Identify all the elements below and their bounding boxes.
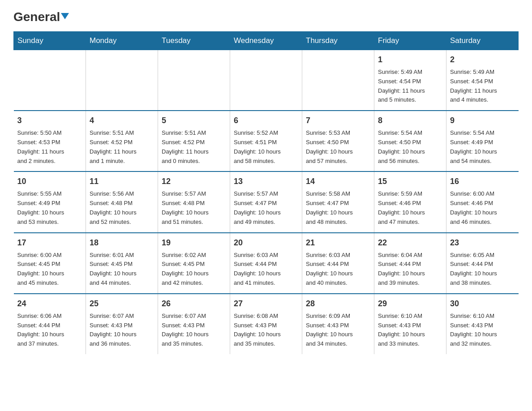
day-number: 1 [378, 54, 442, 66]
day-info: Sunrise: 5:54 AMSunset: 4:50 PMDaylight:… [378, 128, 442, 166]
calendar-cell: 22Sunrise: 6:04 AMSunset: 4:44 PMDayligh… [374, 233, 446, 294]
calendar-week-row: 1Sunrise: 5:49 AMSunset: 4:54 PMDaylight… [14, 50, 519, 111]
calendar-week-row: 24Sunrise: 6:06 AMSunset: 4:44 PMDayligh… [14, 294, 519, 354]
day-number: 28 [306, 298, 370, 310]
calendar-cell: 26Sunrise: 6:07 AMSunset: 4:43 PMDayligh… [158, 294, 230, 354]
day-info: Sunrise: 5:51 AMSunset: 4:52 PMDaylight:… [90, 128, 154, 166]
calendar-cell: 17Sunrise: 6:00 AMSunset: 4:45 PMDayligh… [14, 233, 86, 294]
day-number: 21 [306, 237, 370, 249]
day-number: 24 [17, 298, 82, 310]
weekday-header-thursday: Thursday [302, 32, 374, 50]
day-number: 9 [450, 115, 515, 127]
day-info: Sunrise: 5:49 AMSunset: 4:54 PMDaylight:… [378, 68, 442, 105]
calendar-cell: 4Sunrise: 5:51 AMSunset: 4:52 PMDaylight… [86, 111, 158, 171]
calendar-week-row: 17Sunrise: 6:00 AMSunset: 4:45 PMDayligh… [14, 233, 519, 294]
weekday-header-sunday: Sunday [14, 32, 86, 50]
day-number: 15 [378, 176, 442, 188]
calendar-cell: 1Sunrise: 5:49 AMSunset: 4:54 PMDaylight… [374, 50, 446, 111]
day-info: Sunrise: 5:59 AMSunset: 4:46 PMDaylight:… [378, 189, 442, 227]
calendar-cell: 10Sunrise: 5:55 AMSunset: 4:49 PMDayligh… [14, 171, 86, 232]
day-info: Sunrise: 5:49 AMSunset: 4:54 PMDaylight:… [450, 68, 515, 105]
day-info: Sunrise: 6:01 AMSunset: 4:45 PMDaylight:… [90, 251, 154, 288]
calendar-cell [302, 50, 374, 111]
day-number: 14 [306, 176, 370, 188]
day-number: 16 [450, 176, 515, 188]
calendar-cell [14, 50, 86, 111]
day-number: 7 [306, 115, 370, 127]
day-info: Sunrise: 5:56 AMSunset: 4:48 PMDaylight:… [90, 189, 154, 227]
page-header: General [0, 0, 532, 27]
day-info: Sunrise: 5:58 AMSunset: 4:47 PMDaylight:… [306, 189, 370, 227]
day-number: 3 [17, 115, 82, 127]
day-number: 5 [162, 115, 226, 127]
weekday-header-friday: Friday [374, 32, 446, 50]
weekday-header-row: SundayMondayTuesdayWednesdayThursdayFrid… [14, 32, 519, 50]
day-number: 11 [90, 176, 154, 188]
day-number: 30 [450, 298, 515, 310]
day-info: Sunrise: 6:09 AMSunset: 4:43 PMDaylight:… [306, 312, 370, 349]
calendar-cell: 29Sunrise: 6:10 AMSunset: 4:43 PMDayligh… [374, 294, 446, 354]
day-info: Sunrise: 6:03 AMSunset: 4:44 PMDaylight:… [306, 251, 370, 288]
day-info: Sunrise: 5:52 AMSunset: 4:51 PMDaylight:… [234, 128, 298, 166]
day-info: Sunrise: 5:54 AMSunset: 4:49 PMDaylight:… [450, 128, 515, 166]
calendar-cell: 20Sunrise: 6:03 AMSunset: 4:44 PMDayligh… [230, 233, 302, 294]
day-number: 22 [378, 237, 442, 249]
calendar-cell: 30Sunrise: 6:10 AMSunset: 4:43 PMDayligh… [446, 294, 519, 354]
logo-general: General [13, 11, 69, 23]
calendar-week-row: 10Sunrise: 5:55 AMSunset: 4:49 PMDayligh… [14, 171, 519, 232]
day-number: 29 [378, 298, 442, 310]
day-info: Sunrise: 5:57 AMSunset: 4:47 PMDaylight:… [234, 189, 298, 227]
day-info: Sunrise: 5:57 AMSunset: 4:48 PMDaylight:… [162, 189, 226, 227]
calendar-cell: 25Sunrise: 6:07 AMSunset: 4:43 PMDayligh… [86, 294, 158, 354]
calendar-table: SundayMondayTuesdayWednesdayThursdayFrid… [13, 31, 519, 354]
day-number: 19 [162, 237, 226, 249]
day-info: Sunrise: 5:53 AMSunset: 4:50 PMDaylight:… [306, 128, 370, 166]
day-number: 25 [90, 298, 154, 310]
calendar-cell: 28Sunrise: 6:09 AMSunset: 4:43 PMDayligh… [302, 294, 374, 354]
day-number: 4 [90, 115, 154, 127]
calendar-cell: 2Sunrise: 5:49 AMSunset: 4:54 PMDaylight… [446, 50, 519, 111]
calendar-cell: 5Sunrise: 5:51 AMSunset: 4:52 PMDaylight… [158, 111, 230, 171]
day-info: Sunrise: 5:51 AMSunset: 4:52 PMDaylight:… [162, 128, 226, 166]
calendar-cell: 11Sunrise: 5:56 AMSunset: 4:48 PMDayligh… [86, 171, 158, 232]
calendar-cell: 3Sunrise: 5:50 AMSunset: 4:53 PMDaylight… [14, 111, 86, 171]
weekday-header-wednesday: Wednesday [230, 32, 302, 50]
calendar-cell: 6Sunrise: 5:52 AMSunset: 4:51 PMDaylight… [230, 111, 302, 171]
day-number: 2 [450, 54, 515, 66]
day-info: Sunrise: 6:00 AMSunset: 4:46 PMDaylight:… [450, 189, 515, 227]
calendar-cell: 7Sunrise: 5:53 AMSunset: 4:50 PMDaylight… [302, 111, 374, 171]
day-info: Sunrise: 6:07 AMSunset: 4:43 PMDaylight:… [90, 312, 154, 349]
day-info: Sunrise: 6:07 AMSunset: 4:43 PMDaylight:… [162, 312, 226, 349]
calendar-cell: 19Sunrise: 6:02 AMSunset: 4:45 PMDayligh… [158, 233, 230, 294]
day-number: 6 [234, 115, 298, 127]
day-number: 23 [450, 237, 515, 249]
day-info: Sunrise: 5:50 AMSunset: 4:53 PMDaylight:… [17, 128, 82, 166]
calendar-cell [158, 50, 230, 111]
calendar-cell: 14Sunrise: 5:58 AMSunset: 4:47 PMDayligh… [302, 171, 374, 232]
day-info: Sunrise: 6:06 AMSunset: 4:44 PMDaylight:… [17, 312, 82, 349]
calendar-cell: 18Sunrise: 6:01 AMSunset: 4:45 PMDayligh… [86, 233, 158, 294]
day-info: Sunrise: 6:05 AMSunset: 4:44 PMDaylight:… [450, 251, 515, 288]
day-number: 26 [162, 298, 226, 310]
calendar-cell: 9Sunrise: 5:54 AMSunset: 4:49 PMDaylight… [446, 111, 519, 171]
day-info: Sunrise: 6:10 AMSunset: 4:43 PMDaylight:… [450, 312, 515, 349]
logo: General [13, 11, 69, 22]
calendar-week-row: 3Sunrise: 5:50 AMSunset: 4:53 PMDaylight… [14, 111, 519, 171]
day-number: 27 [234, 298, 298, 310]
day-info: Sunrise: 5:55 AMSunset: 4:49 PMDaylight:… [17, 189, 82, 227]
weekday-header-monday: Monday [86, 32, 158, 50]
day-number: 18 [90, 237, 154, 249]
calendar-cell: 27Sunrise: 6:08 AMSunset: 4:43 PMDayligh… [230, 294, 302, 354]
calendar-cell [230, 50, 302, 111]
calendar-cell [86, 50, 158, 111]
calendar-cell: 8Sunrise: 5:54 AMSunset: 4:50 PMDaylight… [374, 111, 446, 171]
weekday-header-saturday: Saturday [446, 32, 519, 50]
day-number: 17 [17, 237, 82, 249]
day-info: Sunrise: 6:03 AMSunset: 4:44 PMDaylight:… [234, 251, 298, 288]
calendar-cell: 15Sunrise: 5:59 AMSunset: 4:46 PMDayligh… [374, 171, 446, 232]
calendar-cell: 13Sunrise: 5:57 AMSunset: 4:47 PMDayligh… [230, 171, 302, 232]
day-info: Sunrise: 6:04 AMSunset: 4:44 PMDaylight:… [378, 251, 442, 288]
day-info: Sunrise: 6:10 AMSunset: 4:43 PMDaylight:… [378, 312, 442, 349]
calendar-cell: 12Sunrise: 5:57 AMSunset: 4:48 PMDayligh… [158, 171, 230, 232]
day-info: Sunrise: 6:08 AMSunset: 4:43 PMDaylight:… [234, 312, 298, 349]
